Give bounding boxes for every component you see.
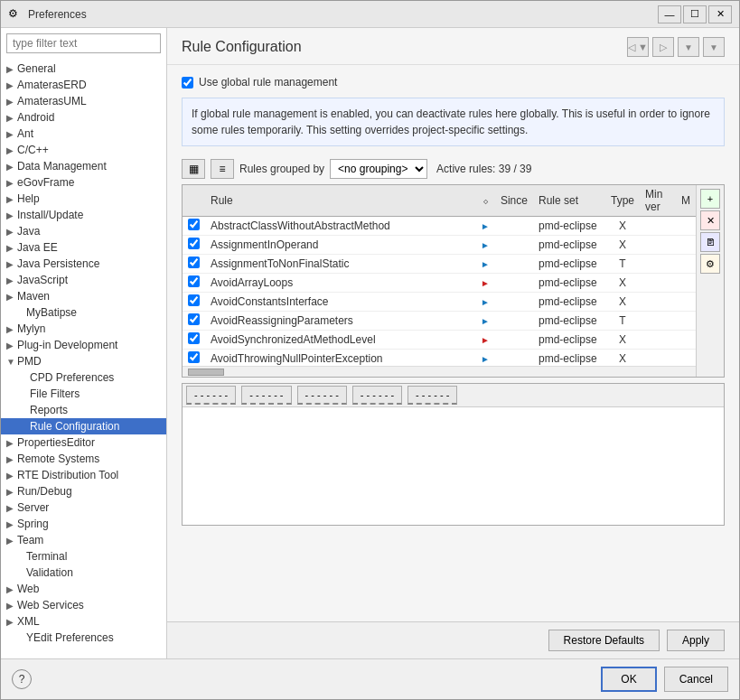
add-rule-button[interactable]: + (700, 189, 720, 209)
sidebar-item-rte-distribution[interactable]: ▶ RTE Distribution Tool (1, 467, 166, 483)
sidebar-item-validation[interactable]: Validation (1, 565, 166, 581)
forward-button[interactable]: ▷ (652, 37, 674, 57)
sidebar-item-label: eGovFrame (17, 176, 74, 189)
table-scroll-area[interactable]: Rule ⬦ Since Rule set Type Min ver M (183, 185, 696, 366)
rule-checkbox[interactable] (188, 313, 200, 325)
sidebar-item-label: Java Persistence (17, 257, 99, 270)
sidebar-item-java-ee[interactable]: ▶ Java EE (1, 239, 166, 256)
rule-m-cell (676, 312, 696, 331)
filter-input[interactable] (6, 33, 161, 53)
rule-ruleset-cell: pmd-eclipse (533, 331, 605, 350)
sidebar-item-team[interactable]: ▶ Team (1, 532, 166, 548)
settings-rule-button[interactable]: ⚙ (700, 254, 720, 274)
sidebar-item-label: Validation (26, 566, 73, 579)
sidebar-item-remote-systems[interactable]: ▶ Remote Systems (1, 451, 166, 467)
global-rule-management-checkbox[interactable] (182, 77, 193, 89)
apply-button[interactable]: Apply (667, 630, 725, 651)
rule-minver-cell (640, 274, 676, 293)
sidebar-item-yedit[interactable]: YEdit Preferences (1, 630, 166, 646)
sidebar-item-label: Java EE (17, 241, 58, 254)
sidebar-item-reports[interactable]: Reports (1, 402, 166, 418)
sidebar-item-file-filters[interactable]: File Filters (1, 386, 166, 402)
table-row: AbstractClassWithoutAbstractMethod ► pmd… (183, 217, 696, 236)
expand-arrow: ▶ (6, 210, 15, 220)
detail-tab-2[interactable]: - - - - - - (241, 386, 291, 405)
rule-checkbox[interactable] (188, 219, 200, 230)
maximize-button[interactable]: ☐ (683, 5, 707, 23)
sidebar-item-terminal[interactable]: Terminal (1, 548, 166, 565)
grid-view-button[interactable]: ▦ (182, 159, 205, 179)
sidebar-item-properties-editor[interactable]: ▶ PropertiesEditor (1, 434, 166, 451)
col-header-minver[interactable]: Min ver (640, 185, 676, 217)
expand-arrow: ▶ (6, 617, 15, 627)
detail-tab-3[interactable]: - - - - - - (297, 386, 347, 405)
rule-checkbox[interactable] (188, 351, 200, 363)
sidebar-item-spring[interactable]: ▶ Spring (1, 516, 166, 532)
sidebar-item-amateraserd[interactable]: ▶ AmaterasERD (1, 77, 166, 93)
expand-arrow: ▼ (6, 357, 15, 367)
sidebar-item-amaterasuml[interactable]: ▶ AmaterasUML (1, 93, 166, 109)
sidebar-item-run-debug[interactable]: ▶ Run/Debug (1, 483, 166, 499)
sidebar-item-rule-configuration[interactable]: Rule Configuration (1, 418, 166, 434)
rule-checkbox[interactable] (188, 257, 200, 268)
col-header-flag[interactable]: ⬦ (475, 185, 495, 217)
rule-checkbox[interactable] (188, 275, 200, 287)
grouping-select[interactable]: <no grouping> Rule set Type (330, 159, 427, 179)
sidebar-item-install-update[interactable]: ▶ Install/Update (1, 207, 166, 223)
sidebar-item-ant[interactable]: ▶ Ant (1, 126, 166, 142)
sidebar-item-cpd-preferences[interactable]: CPD Preferences (1, 369, 166, 386)
sidebar-item-label: XML (17, 615, 40, 628)
info-text: If global rule management is enabled, yo… (182, 98, 725, 146)
sidebar-item-mylyn[interactable]: ▶ Mylyn (1, 321, 166, 337)
sidebar-item-general[interactable]: ▶ General (1, 61, 166, 77)
col-header-rule[interactable]: Rule (205, 185, 475, 217)
sidebar-item-maven[interactable]: ▶ Maven (1, 288, 166, 304)
sidebar-item-web-services[interactable]: ▶ Web Services (1, 597, 166, 613)
col-header-since[interactable]: Since (495, 185, 533, 217)
col-header-type[interactable]: Type (605, 185, 640, 217)
global-rule-management-label: Use global rule management (199, 76, 337, 89)
help-button[interactable]: ? (12, 669, 32, 689)
sidebar-item-java-persistence[interactable]: ▶ Java Persistence (1, 256, 166, 272)
detail-tab-4[interactable]: - - - - - - (352, 386, 402, 405)
sidebar-item-web[interactable]: ▶ Web (1, 581, 166, 597)
rule-m-cell (676, 350, 696, 367)
sidebar-item-pmd[interactable]: ▼ PMD (1, 353, 166, 369)
rule-checkbox[interactable] (188, 294, 200, 306)
sidebar-item-xml[interactable]: ▶ XML (1, 613, 166, 630)
list-view-button[interactable]: ≡ (211, 159, 234, 179)
menu-button[interactable]: ▼ (678, 37, 699, 57)
cancel-button[interactable]: Cancel (664, 667, 728, 692)
sidebar-item-mybatipse[interactable]: MyBatipse (1, 304, 166, 321)
sidebar-item-java[interactable]: ▶ Java (1, 223, 166, 239)
edit-rule-button[interactable]: 🖹 (700, 232, 720, 252)
rule-m-cell (676, 255, 696, 274)
remove-rule-button[interactable]: ✕ (700, 210, 720, 230)
sidebar-item-javascript[interactable]: ▶ JavaScript (1, 272, 166, 288)
detail-tab-1[interactable]: - - - - - - (186, 386, 236, 405)
rule-type-cell: X (605, 293, 640, 312)
sidebar-item-data-management[interactable]: ▶ Data Management (1, 158, 166, 174)
ok-button[interactable]: OK (601, 667, 656, 692)
table-row: AssignmentInOperand ► pmd-eclipse X (183, 236, 696, 255)
close-button[interactable]: ✕ (708, 5, 732, 23)
sidebar-item-label: General (17, 62, 56, 75)
back-button[interactable]: ◁ ▼ (627, 37, 649, 57)
sidebar-item-server[interactable]: ▶ Server (1, 499, 166, 516)
rule-minver-cell (640, 293, 676, 312)
sidebar-item-cpp[interactable]: ▶ C/C++ (1, 142, 166, 158)
minimize-button[interactable]: — (658, 5, 681, 23)
sidebar-item-android[interactable]: ▶ Android (1, 109, 166, 126)
sidebar-item-egovframe[interactable]: ▶ eGovFrame (1, 174, 166, 191)
sidebar-item-plugin-development[interactable]: ▶ Plug-in Development (1, 337, 166, 353)
horizontal-scrollbar[interactable] (183, 366, 696, 377)
col-header-ruleset[interactable]: Rule set (533, 185, 605, 217)
col-header-m[interactable]: M (676, 185, 696, 217)
sidebar-item-help[interactable]: ▶ Help (1, 191, 166, 207)
more-menu-button[interactable]: ▼ (703, 37, 725, 57)
detail-tab-5[interactable]: - - - - - - (407, 386, 457, 405)
restore-defaults-button[interactable]: Restore Defaults (548, 630, 660, 651)
rule-flag-cell: ► (475, 312, 495, 331)
rule-checkbox[interactable] (188, 332, 200, 344)
rule-checkbox[interactable] (188, 238, 200, 249)
